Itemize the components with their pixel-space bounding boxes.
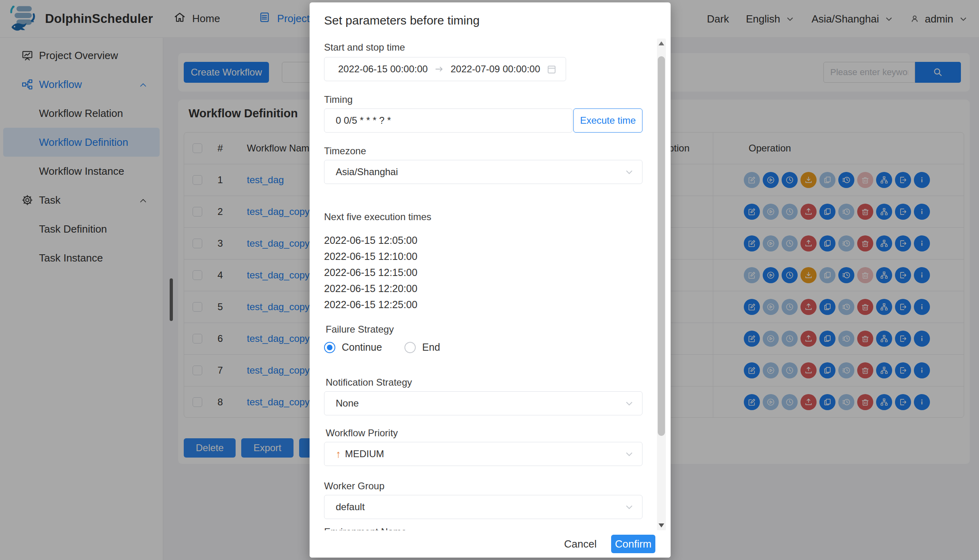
failure-strategy-label: Failure Strategy xyxy=(326,324,394,335)
next-times-label: Next five execution times xyxy=(324,211,431,223)
modal-body: Start and stop time 2022-06-15 00:00:00 … xyxy=(310,35,671,532)
failure-radio-continue[interactable]: Continue xyxy=(324,341,382,353)
priority-up-icon: ↑ xyxy=(336,448,341,460)
cancel-button[interactable]: Cancel xyxy=(564,538,597,550)
timezone-value: Asia/Shanghai xyxy=(336,166,398,178)
workflow-priority-label: Workflow Priority xyxy=(326,427,398,439)
execute-time-button[interactable]: Execute time xyxy=(573,108,642,133)
modal-title: Set parameters before timing xyxy=(324,14,480,27)
calendar-icon xyxy=(546,64,557,74)
timezone-select[interactable]: Asia/Shanghai xyxy=(324,160,642,184)
execution-time: 2022-06-15 12:10:00 xyxy=(324,251,417,262)
arrow-right-icon xyxy=(434,64,444,74)
modal-footer: Cancel Confirm xyxy=(310,530,671,558)
chevron-down-icon xyxy=(624,399,634,408)
radio-icon xyxy=(324,342,335,353)
notification-value: None xyxy=(336,398,359,409)
date-range-input[interactable]: 2022-06-15 00:00:00 2022-07-09 00:00:00 xyxy=(324,57,566,81)
cron-input[interactable]: 0 0/5 * * * ? * xyxy=(324,108,573,133)
scroll-up-button[interactable] xyxy=(657,39,666,48)
failure-radio-end[interactable]: End xyxy=(404,341,440,353)
chevron-down-icon xyxy=(624,449,634,459)
scroll-down-button[interactable] xyxy=(657,521,666,530)
radio-icon xyxy=(404,342,416,353)
chevron-down-icon xyxy=(624,167,634,177)
start-time-value: 2022-06-15 00:00:00 xyxy=(338,63,428,75)
execution-time: 2022-06-15 12:20:00 xyxy=(324,283,417,294)
timing-label: Timing xyxy=(324,94,353,105)
start-stop-label: Start and stop time xyxy=(324,42,405,53)
worker-group-select[interactable]: default xyxy=(324,495,642,519)
worker-group-value: default xyxy=(336,501,365,513)
modal-scrollbar-thumb[interactable] xyxy=(658,56,665,436)
priority-value: MEDIUM xyxy=(345,448,384,460)
execution-time: 2022-06-15 12:15:00 xyxy=(324,267,417,278)
modal-scrollbar[interactable] xyxy=(657,39,666,530)
notification-strategy-select[interactable]: None xyxy=(324,391,642,415)
cron-value: 0 0/5 * * * ? * xyxy=(336,115,391,126)
worker-group-label: Worker Group xyxy=(324,480,384,492)
confirm-button[interactable]: Confirm xyxy=(611,535,655,553)
execution-time: 2022-06-15 12:25:00 xyxy=(324,299,417,311)
notification-strategy-label: Notification Strategy xyxy=(326,377,412,388)
end-time-value: 2022-07-09 00:00:00 xyxy=(451,63,540,75)
failure-strategy-radios: ContinueEnd xyxy=(324,341,440,353)
workflow-priority-select[interactable]: ↑ MEDIUM xyxy=(324,442,642,466)
timing-modal: Set parameters before timing Start and s… xyxy=(310,2,671,558)
execution-time: 2022-06-15 12:05:00 xyxy=(324,235,417,246)
chevron-down-icon xyxy=(624,502,634,512)
timezone-label: Timezone xyxy=(324,145,366,157)
